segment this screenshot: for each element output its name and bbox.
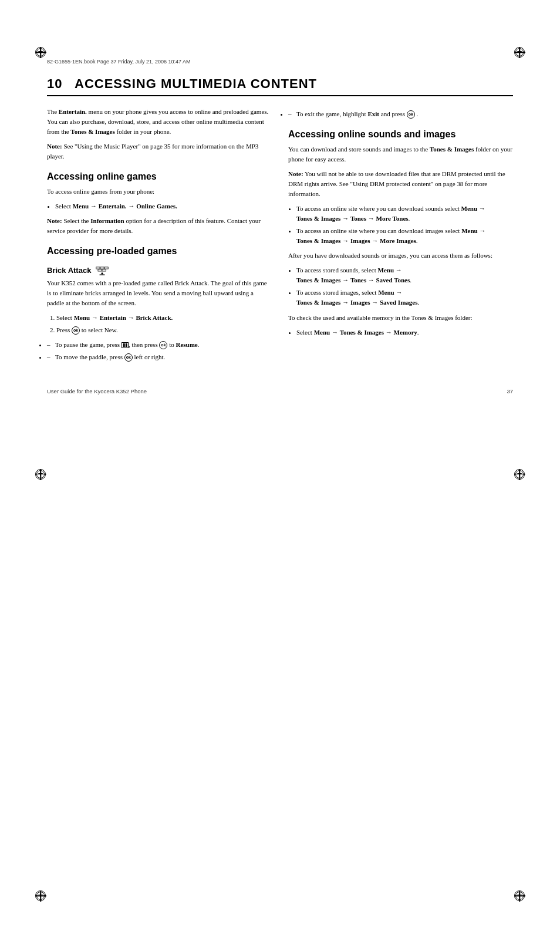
memory-bullets: Select Menu → Tones & Images → Memory.: [296, 328, 513, 338]
section-online-games-heading: Accessing online games: [47, 171, 272, 183]
sub-step-exit: To exit the game, highlight Exit and pre…: [288, 109, 513, 119]
sounds-intro: You can download and store sounds and im…: [288, 144, 513, 164]
note-online-games: Note: Select the Information option for …: [47, 216, 272, 236]
svg-rect-6: [99, 274, 104, 275]
memory-bullet: Select Menu → Tones & Images → Memory.: [296, 328, 513, 338]
reg-mark-bottom-left: [35, 890, 46, 901]
chapter-number: 10: [47, 76, 62, 91]
brick-attack-heading: Brick Attack: [47, 266, 272, 276]
after-download-text: After you have downloaded sounds or imag…: [288, 251, 513, 261]
download-images-bullet: To access an online site where you can d…: [296, 226, 513, 246]
brick-attack-steps: Select Menu → Entertain → Brick Attack. …: [56, 313, 272, 335]
svg-rect-3: [98, 269, 102, 271]
access-images-bullet: To access stored images, select Menu → T…: [296, 288, 513, 308]
download-bullets: To access an online site where you can d…: [296, 204, 513, 246]
svg-rect-2: [104, 267, 108, 269]
ok-button-icon-3: ok: [124, 353, 133, 362]
note-mp3: Note: See "Using the Music Player" on pa…: [47, 141, 272, 161]
page-container: 82-G1655-1EN.book Page 37 Friday, July 2…: [0, 0, 560, 948]
svg-rect-0: [96, 267, 100, 269]
footer-right-text: 37: [507, 388, 513, 394]
sub-step-pause: To pause the game, press ▮▮, then press …: [47, 340, 272, 350]
section-sounds-heading: Accessing online sounds and images: [288, 129, 513, 141]
left-column: The Entertain. menu on your phone gives …: [47, 107, 272, 367]
access-sounds-bullet: To access stored sounds, select Menu → T…: [296, 265, 513, 285]
reg-mark-top-left: [35, 47, 46, 58]
online-games-bullet: Select Menu → Entertain. → Online Games.: [55, 201, 272, 211]
reg-mark-top-right: [514, 47, 525, 58]
ok-button-icon-2: ok: [159, 341, 167, 349]
step-1: Select Menu → Entertain → Brick Attack.: [56, 313, 272, 323]
brick-attack-sub-steps: To pause the game, press ▮▮, then press …: [47, 340, 272, 362]
page-footer: User Guide for the Kyocera K352 Phone 37: [47, 384, 513, 394]
svg-point-5: [101, 272, 103, 274]
sub-step-move: To move the paddle, press ok left or rig…: [47, 352, 272, 362]
section-preloaded-heading: Accessing pre-loaded games: [47, 245, 272, 258]
two-column-layout: The Entertain. menu on your phone gives …: [47, 107, 513, 367]
reg-mark-middle-right: [514, 469, 525, 480]
chapter-title: Accessing Multimedia Content: [75, 76, 317, 91]
note-drm: Note: You will not be able to use downlo…: [288, 169, 513, 199]
exit-step: To exit the game, highlight Exit and pre…: [288, 109, 513, 119]
ok-button-icon: ok: [72, 326, 80, 335]
online-games-intro: To access online games from your phone:: [47, 187, 272, 197]
pause-button-icon: ▮▮: [122, 342, 129, 348]
reg-mark-middle-left: [35, 469, 46, 480]
svg-rect-4: [102, 269, 106, 271]
memory-intro: To check the used and available memory i…: [288, 313, 513, 323]
download-sounds-bullet: To access an online site where you can d…: [296, 204, 513, 224]
svg-rect-1: [100, 267, 104, 269]
footer-left-text: User Guide for the Kyocera K352 Phone: [47, 388, 147, 394]
page-inner: 82-G1655-1EN.book Page 37 Friday, July 2…: [47, 23, 513, 394]
step-2: Press ok to select New.: [56, 325, 272, 335]
brick-attack-description: Your K352 comes with a pre-loaded game c…: [47, 278, 272, 308]
right-column: To exit the game, highlight Exit and pre…: [288, 107, 513, 367]
reg-mark-bottom-right: [514, 890, 525, 901]
chapter-heading: 10 Accessing Multimedia Content: [47, 76, 513, 96]
online-games-bullets: Select Menu → Entertain. → Online Games.: [55, 201, 272, 211]
intro-paragraph: The Entertain. menu on your phone gives …: [47, 107, 272, 137]
file-info: 82-G1655-1EN.book Page 37 Friday, July 2…: [47, 59, 513, 65]
access-stored-bullets: To access stored sounds, select Menu → T…: [296, 265, 513, 308]
brick-attack-icon: [96, 266, 109, 276]
ok-button-icon-4: ok: [407, 110, 415, 119]
